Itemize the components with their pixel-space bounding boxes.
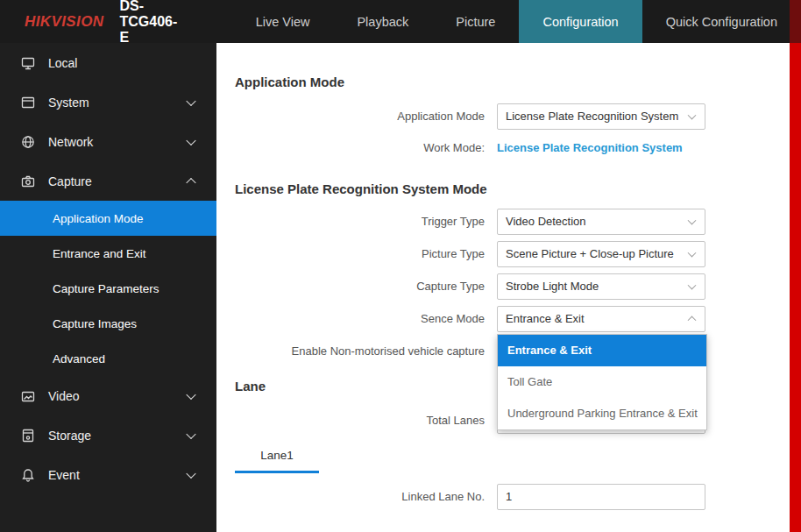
device-model: DS-TCG406-E [120,0,184,46]
trigger-type-row: Trigger Type Video Detection [235,205,790,238]
sidebar-item-event[interactable]: Event [0,455,216,494]
sidebar-item-label: Storage [48,429,91,443]
red-strip-top [790,0,801,43]
sence-mode-label: Sence Mode [235,312,497,325]
tab-picture[interactable]: Picture [432,0,519,43]
sence-mode-row: Sence Mode Entrance & Exit Entrance & Ex… [235,302,790,335]
selected-value: Entrance & Exit [506,312,585,325]
top-bar: HIKVISION DS-TCG406-E Live View Playback… [0,0,801,43]
chevron-down-icon [186,429,195,438]
section-title-application-mode: Application Mode [235,75,790,89]
bell-icon [21,468,37,482]
chevron-down-icon [688,280,697,289]
chevron-up-icon [186,177,195,187]
sence-mode-select[interactable]: Entrance & Exit Entrance & Exit Toll Gat… [497,306,705,332]
linked-lane-label: Linked Lane No. [235,490,497,503]
sidebar-item-storage[interactable]: Storage [0,415,216,455]
linked-lane-input[interactable] [497,484,705,510]
capture-type-row: Capture Type Strobe Light Mode [235,270,790,302]
main-content: Application Mode Application Mode Licens… [216,43,790,532]
sidebar-item-local[interactable]: Local [0,43,216,82]
top-nav: Live View Playback Picture Configuration… [232,0,801,43]
linked-lane-row: Linked Lane No. [235,480,790,513]
application-mode-row: Application Mode License Plate Recogniti… [235,100,790,132]
picture-type-select[interactable]: Scene Picture + Close-up Picture [497,241,705,267]
capture-type-label: Capture Type [235,280,497,293]
chevron-down-icon [688,110,697,119]
chevron-down-icon [688,248,697,257]
sidebar-item-label: Video [48,389,80,403]
application-mode-label: Application Mode [235,110,497,123]
red-strip [790,43,801,532]
sidebar-item-system[interactable]: System [0,82,216,122]
trigger-type-select[interactable]: Video Detection [497,209,705,235]
tab-configuration[interactable]: Configuration [519,0,642,43]
tab-quick-configuration[interactable]: Quick Configuration [642,0,801,43]
sidebar: Local System Network Capture Application… [0,43,216,532]
sidebar-item-entrance-and-exit[interactable]: Entrance and Exit [0,236,216,271]
selected-value: Video Detection [506,215,586,228]
sidebar-item-application-mode[interactable]: Application Mode [0,201,216,236]
chevron-down-icon [186,96,195,105]
chevron-up-icon [688,316,697,324]
system-icon [21,96,37,110]
sidebar-item-label: Network [48,135,93,149]
tab-lane1[interactable]: Lane1 [235,442,319,473]
tab-playback[interactable]: Playback [333,0,432,43]
sidebar-item-advanced[interactable]: Advanced [0,341,216,376]
sidebar-item-capture[interactable]: Capture [0,161,216,201]
capture-type-select[interactable]: Strobe Light Mode [497,273,705,300]
sidebar-item-label: Capture [48,174,92,188]
application-mode-select[interactable]: License Plate Recognition System [497,103,705,130]
video-icon [21,389,37,403]
picture-type-label: Picture Type [235,247,497,260]
tab-live-view[interactable]: Live View [232,0,334,43]
total-lanes-label: Total Lanes [235,414,497,427]
chevron-down-icon [688,216,697,224]
dropdown-option-toll-gate[interactable]: Toll Gate [498,366,706,398]
selected-value: Scene Picture + Close-up Picture [506,247,674,260]
monitor-icon [21,56,37,70]
capture-submenu: Application Mode Entrance and Exit Captu… [0,201,216,376]
camera-icon [21,174,37,188]
work-mode-row: Work Mode: License Plate Recognition Sys… [235,132,790,162]
picture-type-row: Picture Type Scene Picture + Close-up Pi… [235,238,790,270]
sidebar-item-label: Event [48,468,80,482]
dropdown-option-underground-parking[interactable]: Underground Parking Entrance & Exit [498,398,706,429]
chevron-down-icon [186,468,195,478]
lane-tabs: Lane1 [235,442,790,473]
section-title-lprs-mode: License Plate Recognition System Mode [235,182,790,196]
sidebar-item-capture-parameters[interactable]: Capture Parameters [0,271,216,306]
trigger-type-label: Trigger Type [235,215,497,228]
globe-icon [21,135,37,149]
storage-icon [21,429,37,443]
sidebar-item-label: Local [48,56,77,70]
selected-value: Strobe Light Mode [506,280,599,293]
work-mode-label: Work Mode: [235,141,497,154]
dropdown-option-entrance-exit[interactable]: Entrance & Exit [498,335,706,366]
non-motorised-label: Enable Non-motorised vehicle capture [235,344,497,358]
sidebar-item-label: System [48,96,89,110]
hikvision-logo: HIKVISION [25,13,104,31]
sidebar-item-capture-images[interactable]: Capture Images [0,306,216,341]
sidebar-item-network[interactable]: Network [0,122,216,161]
sence-mode-dropdown: Entrance & Exit Toll Gate Underground Pa… [497,334,707,430]
chevron-down-icon [186,135,195,145]
work-mode-value: License Plate Recognition System [497,141,683,154]
selected-value: License Plate Recognition System [506,110,678,123]
sidebar-item-video[interactable]: Video [0,376,216,415]
chevron-down-icon [186,389,195,399]
